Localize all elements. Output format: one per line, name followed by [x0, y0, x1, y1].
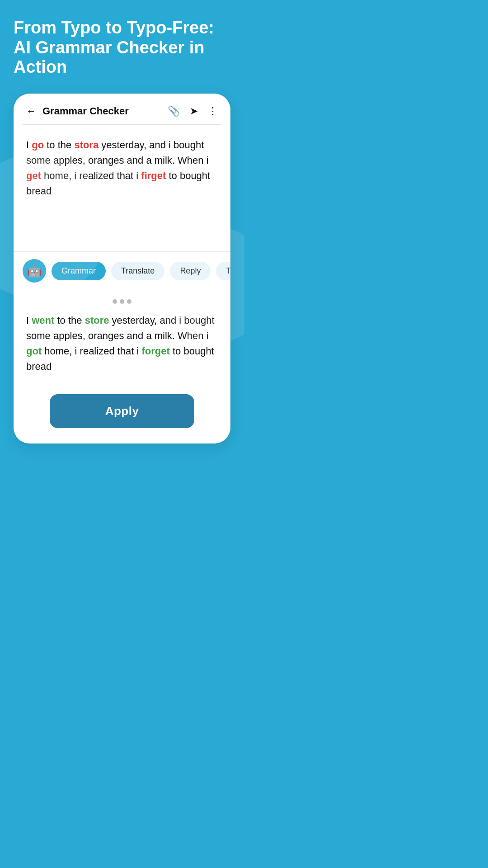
tab-grammar[interactable]: Grammar [52, 262, 106, 280]
corrected-segment-1: to the [54, 315, 84, 326]
clip-icon[interactable]: 📎 [168, 105, 180, 117]
dot-1 [113, 299, 117, 304]
input-error-get: get [26, 170, 41, 181]
apply-button[interactable]: Apply [50, 394, 194, 428]
input-segment-1: to the [44, 139, 74, 151]
tab-tone[interactable]: Tone [216, 262, 230, 280]
main-card: ← Grammar Checker 📎 ➤ ⋮ I go to the stor… [14, 94, 230, 443]
tab-translate[interactable]: Translate [111, 262, 164, 280]
corrected-segment-0: I [26, 315, 32, 326]
input-error-stora: stora [74, 139, 99, 151]
dot-3 [127, 299, 131, 304]
input-segment-0: I [26, 139, 32, 151]
dot-2 [120, 299, 124, 304]
back-button[interactable]: ← [26, 105, 36, 117]
toolbar: ← Grammar Checker 📎 ➤ ⋮ [14, 94, 230, 124]
more-icon[interactable]: ⋮ [208, 105, 218, 117]
corrected-fix-got: got [26, 345, 42, 357]
page-title: From Typo to Typo-Free: AI Grammar Check… [14, 18, 230, 77]
toolbar-title: Grammar Checker [42, 105, 158, 117]
input-segment-3: home, i realized that i [41, 170, 141, 181]
send-icon[interactable]: ➤ [190, 105, 198, 117]
card-top-section: ← Grammar Checker 📎 ➤ ⋮ I go to the stor… [14, 94, 230, 251]
robot-icon: 🤖 [27, 264, 42, 278]
robot-avatar: 🤖 [23, 259, 46, 283]
input-text-area[interactable]: I go to the stora yesterday, and i bough… [14, 125, 230, 251]
corrected-fix-forget: forget [142, 345, 170, 357]
corrected-fix-store: store [85, 315, 109, 326]
loading-dots [14, 290, 230, 308]
tab-reply[interactable]: Reply [170, 262, 211, 280]
input-error-go: go [32, 139, 44, 151]
corrected-text-area: I went to the store yesterday, and i bou… [14, 308, 230, 385]
card-bottom-section: I went to the store yesterday, and i bou… [14, 290, 230, 443]
corrected-segment-3: home, i realized that i [42, 345, 141, 357]
input-error-firget: firget [141, 170, 166, 181]
apply-button-wrap: Apply [14, 385, 230, 443]
tab-bar: 🤖 Grammar Translate Reply Tone [14, 251, 230, 290]
corrected-fix-went: went [32, 315, 54, 326]
